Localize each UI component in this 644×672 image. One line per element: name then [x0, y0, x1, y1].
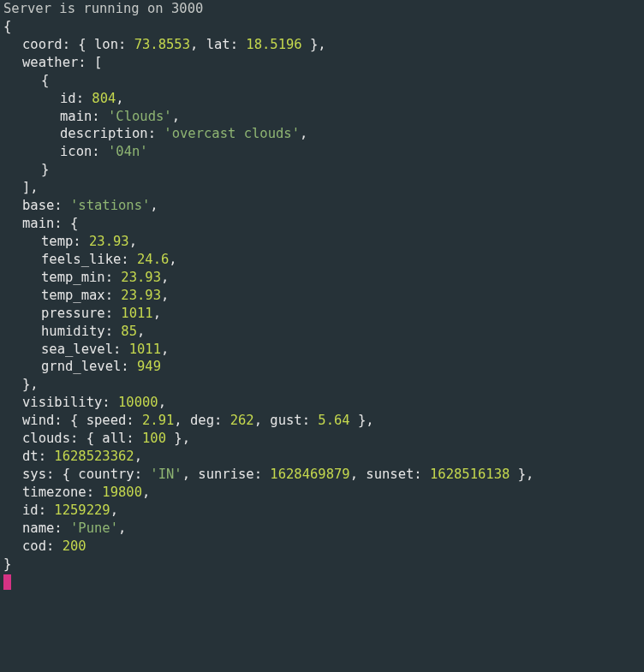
val-gust: 5.64 [318, 413, 349, 428]
key-sunrise: sunrise [198, 467, 253, 482]
val-lon: 73.8553 [134, 37, 190, 52]
key-cod: cod [22, 538, 46, 554]
val-lat: 18.5196 [246, 37, 301, 52]
key-temp-min: temp_min [41, 270, 105, 285]
key-weather-desc: description [60, 126, 148, 141]
key-name: name [22, 520, 54, 536]
val-temp: 23.93 [89, 234, 129, 249]
terminal-output: Server is running on 3000 { coord: { lon… [3, 0, 641, 591]
key-lon: lon [94, 37, 118, 52]
val-sunrise: 1628469879 [270, 467, 349, 482]
key-weather: weather [22, 55, 78, 70]
val-name: 'Pune' [70, 520, 118, 536]
val-cod: 200 [63, 538, 86, 554]
key-sunset: sunset [366, 467, 414, 482]
close-brace: } [3, 556, 11, 572]
key-deg: deg [190, 413, 214, 428]
val-weather-id: 804 [92, 91, 116, 106]
val-temp-max: 23.93 [121, 288, 161, 303]
key-weather-id: id [60, 91, 76, 106]
val-weather-main: 'Clouds' [108, 109, 172, 124]
val-weather-icon: '04n' [108, 144, 148, 159]
key-weather-main: main [60, 109, 92, 124]
terminal-cursor [3, 574, 11, 590]
key-base: base [22, 198, 54, 213]
val-temp-min: 23.93 [121, 270, 161, 285]
key-temp-max: temp_max [41, 288, 105, 303]
key-temp: temp [41, 234, 73, 249]
val-sea-level: 1011 [129, 342, 161, 357]
key-pressure: pressure [41, 306, 105, 321]
key-visibility: visibility [22, 395, 102, 410]
key-humidity: humidity [41, 324, 105, 339]
val-feels-like: 24.6 [137, 252, 169, 267]
val-base: 'stations' [70, 198, 150, 213]
key-coord: coord [22, 37, 63, 52]
val-speed: 2.91 [142, 413, 174, 428]
val-weather-desc: 'overcast clouds' [164, 126, 300, 141]
key-main: main [22, 216, 54, 231]
val-deg: 262 [230, 413, 254, 428]
val-timezone: 19800 [102, 485, 142, 500]
val-dt: 1628523362 [54, 449, 134, 464]
key-dt: dt [22, 449, 39, 464]
header-line: Server is running on 3000 [3, 1, 203, 16]
key-weather-icon: icon [60, 144, 92, 159]
key-feels-like: feels_like [41, 252, 121, 267]
key-gust: gust [270, 413, 301, 428]
val-id: 1259229 [54, 503, 110, 518]
key-grnd-level: grnd_level [41, 359, 121, 374]
key-timezone: timezone [22, 485, 86, 500]
val-humidity: 85 [121, 324, 137, 339]
val-pressure: 1011 [121, 306, 152, 321]
key-clouds: clouds [22, 431, 70, 446]
key-id: id [22, 503, 39, 518]
key-speed: speed [86, 413, 127, 428]
val-sunset: 1628516138 [430, 467, 510, 482]
val-visibility: 10000 [118, 395, 158, 410]
key-sys: sys [22, 467, 46, 482]
val-country: 'IN' [150, 467, 182, 482]
open-brace: { [3, 19, 11, 34]
val-clouds-all: 100 [142, 431, 166, 446]
val-grnd-level: 949 [137, 359, 161, 374]
key-wind: wind [22, 413, 54, 428]
key-sea-level: sea_level [41, 342, 113, 357]
key-lat: lat [206, 37, 230, 52]
key-all: all [102, 431, 126, 446]
key-country: country [78, 467, 134, 482]
